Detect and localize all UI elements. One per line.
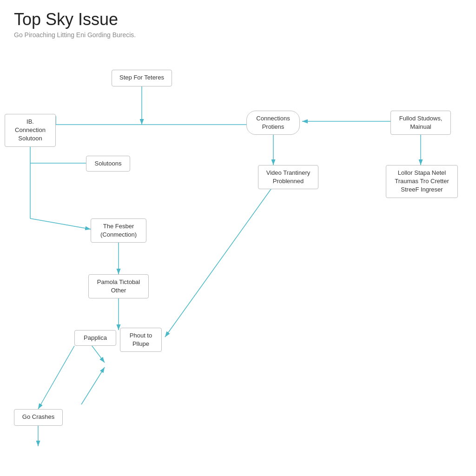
flowchart: Step For TeteresIB. Connection SolutoonC… — [0, 42, 476, 469]
node-phout-to-pllupe: Phout to Pllupe — [120, 328, 162, 352]
svg-line-16 — [81, 367, 105, 404]
page-title: Top Sky Issue — [14, 9, 462, 29]
connectors-svg — [0, 42, 476, 469]
node-connections-protiens: Connections Protiens — [246, 111, 300, 135]
node-pamola-tictobal: Pamola Tictobal Other — [88, 274, 149, 298]
svg-line-11 — [30, 218, 91, 229]
node-video-trantinery: Video Trantinery Problenned — [258, 165, 318, 189]
node-step-for-teteres: Step For Teteres — [112, 70, 172, 86]
node-papplication: Papplica — [74, 330, 116, 346]
page: Top Sky Issue Go Piroaching Litting Eni … — [0, 0, 476, 476]
node-lollor-stapa: Lollor Stapa Netel Traumas Tro Cretter S… — [386, 165, 458, 198]
node-fullod-studows: Fullod Studows, Mainual — [390, 111, 451, 135]
node-solutions: Solutoons — [86, 156, 130, 172]
svg-line-14 — [165, 185, 274, 337]
page-subtitle: Go Piroaching Litting Eni Gording Bureci… — [14, 31, 462, 39]
svg-line-18 — [38, 346, 74, 409]
node-ib-connection: IB. Connection Solutoon — [5, 114, 56, 147]
node-go-crashes: Go Crashes — [14, 409, 63, 426]
node-the-fesber: The Fesber (Conmection) — [91, 218, 146, 243]
